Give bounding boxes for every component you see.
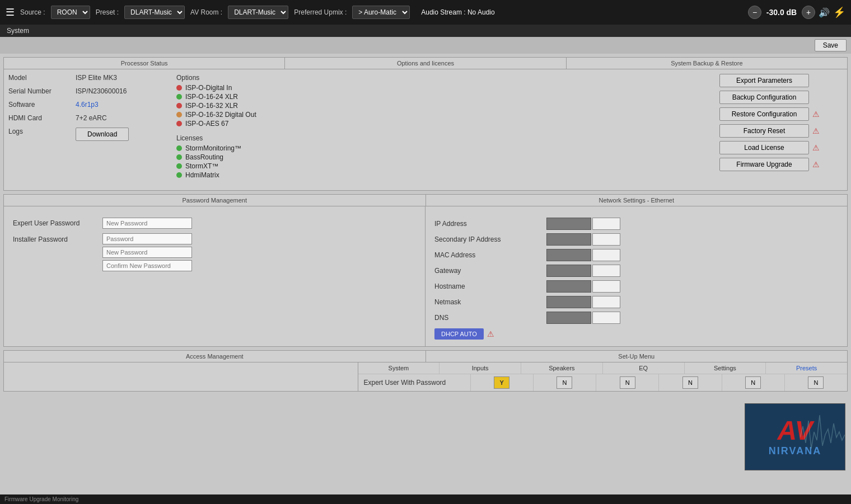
options-section: Options ISP-O-Digital In ISP-O-16-24 XLR [176,74,708,128]
ip-input[interactable] [592,218,620,230]
serial-row: Serial Number ISP/N230600016 [8,87,165,95]
network-section: IP Address Secondary IP Address MAC Addr… [426,206,847,346]
dot-icon [176,172,182,178]
options-licenses-header: Options and licences [285,58,566,69]
option-name: ISP-O-16-32 XLR [185,102,238,110]
backup-right: Export Parameters Backup Configuration R… [719,74,843,186]
system-cell-button[interactable]: Y [494,376,509,389]
processor-header-row: Processor Status Options and licences Sy… [4,58,847,69]
save-button[interactable]: Save [815,39,847,51]
dhcp-auto-button[interactable]: DHCP AUTO [434,328,484,340]
speaker-icon[interactable]: 🔊 [819,7,830,18]
factory-reset-button[interactable]: Factory Reset [719,124,809,138]
licenses-section: Licenses StormMonitoring™ BassRouting [176,134,708,179]
hamburger-icon[interactable]: ☰ [6,6,15,18]
installer-new-password-input[interactable] [102,247,192,258]
volume-plus-button[interactable]: + [802,6,815,19]
licenses-list: StormMonitoring™ BassRouting StormXT™ [176,144,708,179]
netmask-label: Netmask [434,298,546,306]
settings-cell-button[interactable]: N [745,376,761,389]
upmix-label: Preferred Upmix : [294,8,347,16]
processor-status-header: Processor Status [4,58,285,69]
pw-net-header-row: Password Management Network Settings - E… [4,195,847,206]
access-management-header: Access Management [4,351,426,362]
netmask-block [546,296,591,308]
license-item: HdmiMatrix [176,171,708,179]
netmask-row: Netmask [434,296,838,308]
avroom-select[interactable]: DLART-Music [228,6,288,19]
processor-left: Model ISP Elite MK3 Serial Number ISP/N2… [8,74,165,186]
installer-confirm-password-input[interactable] [102,260,192,271]
access-content: System Inputs Speakers EQ Settings Prese… [4,362,847,391]
export-parameters-button[interactable]: Export Parameters [719,74,809,87]
inputs-cell-button[interactable]: N [557,376,572,389]
preset-label: Preset : [96,8,119,16]
setup-cell-system: Y [470,374,533,391]
option-name: ISP-O-Digital In [185,84,232,92]
net-footer: DHCP AUTO ⚠ [434,328,838,340]
license-name: StormXT™ [185,162,218,170]
upmix-select[interactable]: > Auro-Matic [352,6,410,19]
dns-block [546,312,591,324]
mac-row: MAC Address [434,249,838,261]
load-license-button[interactable]: Load License [719,141,809,154]
dns-input[interactable] [592,312,620,324]
system-backup-header: System Backup & Restore [567,58,847,69]
access-left [4,362,358,391]
software-value: 4.6r1p3 [76,101,99,109]
presets-cell-button[interactable]: N [808,376,824,389]
backup-configuration-button[interactable]: Backup Configuration [719,91,809,104]
firmware-upgrade-button[interactable]: Firmware Upgrade [719,158,809,171]
ip-row: IP Address [434,218,838,230]
source-select[interactable]: ROON [51,6,90,19]
processor-panel: Processor Status Options and licences Sy… [3,57,848,191]
dhcp-warn-icon: ⚠ [487,329,494,338]
expert-user-label: Expert User With Password [358,374,470,391]
hdmi-row: HDMI Card 7+2 eARC [8,114,165,122]
load-license-row: Load License ⚠ [719,141,820,154]
gateway-input[interactable] [592,265,620,277]
mac-input[interactable] [592,249,620,261]
options-middle: Options ISP-O-Digital In ISP-O-16-24 XLR [176,74,708,186]
audiostream-label: Audio Stream : No Audio [421,8,494,16]
subtitle-bar: System [0,25,851,37]
installer-password-input[interactable] [102,233,192,244]
hostname-input[interactable] [592,280,620,293]
setup-columns: System Inputs Speakers EQ Settings Prese… [358,362,847,374]
software-label: Software [8,101,76,109]
preset-select[interactable]: DLART-Music [124,6,185,19]
serial-value: ISP/N230600016 [76,87,127,95]
secondary-ip-input[interactable] [592,233,620,246]
save-bar: Save [0,37,851,54]
setup-col-settings: Settings [685,362,766,374]
load-warn-icon: ⚠ [812,143,820,152]
restore-configuration-button[interactable]: Restore Configuration [719,107,809,121]
options-list: ISP-O-Digital In ISP-O-16-24 XLR ISP-O-1… [176,84,708,128]
speakers-cell-button[interactable]: N [620,376,635,389]
firmware-warn-icon: ⚠ [812,160,820,169]
expert-password-input[interactable] [102,218,192,229]
netmask-input[interactable] [592,296,620,308]
dot-icon [176,85,182,91]
model-row: Model ISP Elite MK3 [8,74,165,82]
dot-icon [176,163,182,169]
installer-password-row: Installer Password [13,233,416,271]
option-name: ISP-O-16-24 XLR [185,93,238,101]
option-name: ISP-O-16-32 Digital Out [185,111,256,119]
volume-minus-button[interactable]: − [748,6,761,19]
password-header: Password Management [4,195,426,206]
setup-cell-inputs: N [533,374,596,391]
option-item: ISP-O-16-32 Digital Out [176,111,708,119]
eq-cell-button[interactable]: N [682,376,698,389]
options-label: Options [176,74,708,82]
factory-warn-icon: ⚠ [812,126,820,135]
dot-icon [176,94,182,100]
dns-input-group [546,312,620,324]
license-name: StormMonitoring™ [185,144,241,152]
secondary-ip-label: Secondary IP Address [434,235,546,243]
serial-label: Serial Number [8,87,76,95]
backup-row: Backup Configuration [719,91,809,104]
option-name: ISP-O-AES 67 [185,120,228,128]
setup-col-speakers: Speakers [521,362,603,374]
download-button[interactable]: Download [76,128,129,141]
